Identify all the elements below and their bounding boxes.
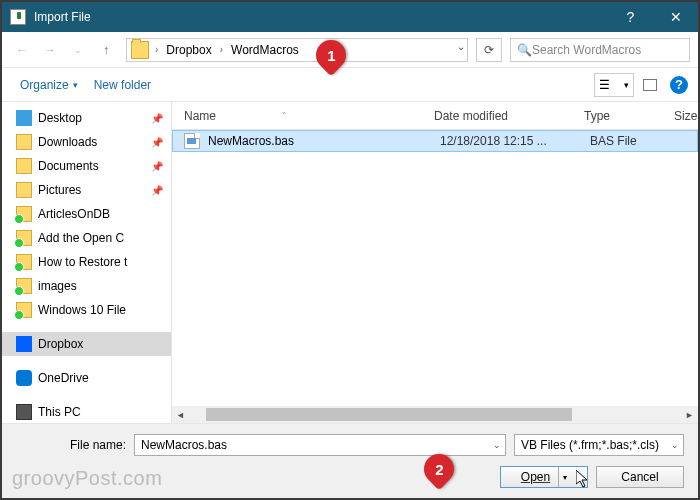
folder-sync-icon [16, 230, 32, 246]
scroll-left-icon[interactable]: ◄ [172, 406, 189, 423]
tree-images[interactable]: images [2, 274, 171, 298]
scroll-right-icon[interactable]: ► [681, 406, 698, 423]
col-name[interactable]: Name˄ [172, 109, 422, 123]
filename-input[interactable]: NewMacros.bas ⌄ [134, 434, 506, 456]
preview-pane-button[interactable] [636, 73, 664, 97]
pin-icon: 📌 [151, 137, 165, 148]
tree-add-open[interactable]: Add the Open C [2, 226, 171, 250]
body: Desktop📌 Downloads📌 Documents📌 Pictures📌… [2, 102, 698, 423]
scroll-thumb[interactable] [206, 408, 572, 421]
help-button[interactable]: ? [608, 2, 653, 32]
search-input[interactable]: 🔍 Search WordMacros [510, 38, 690, 62]
folder-icon [16, 134, 32, 150]
nav-tree[interactable]: Desktop📌 Downloads📌 Documents📌 Pictures📌… [2, 102, 172, 423]
help-icon[interactable]: ? [670, 76, 688, 94]
tree-win10[interactable]: Windows 10 File [2, 298, 171, 322]
file-row-newmacros[interactable]: NewMacros.bas 12/18/2018 12:15 ... BAS F… [172, 130, 698, 152]
folder-icon [16, 182, 32, 198]
up-button[interactable]: ↑ [94, 38, 118, 62]
col-date[interactable]: Date modified [422, 109, 572, 123]
refresh-button[interactable]: ⟳ [476, 38, 502, 62]
window-title: Import File [34, 10, 608, 24]
chevron-down-icon: ⌄ [493, 440, 501, 450]
folder-sync-icon [16, 254, 32, 270]
title-bar: Import File ? ✕ [2, 2, 698, 32]
folder-icon [16, 158, 32, 174]
import-file-dialog: Import File ? ✕ ← → ⌄ ↑ › Dropbox › Word… [2, 2, 698, 498]
chevron-down-icon: ▾ [73, 80, 78, 90]
pin-icon: 📌 [151, 161, 165, 172]
recent-dropdown[interactable]: ⌄ [66, 38, 90, 62]
folder-icon [131, 41, 149, 59]
list-icon: ☰ [599, 78, 610, 92]
tree-pictures[interactable]: Pictures📌 [2, 178, 171, 202]
close-button[interactable]: ✕ [653, 2, 698, 32]
breadcrumb-seg-dropbox[interactable]: Dropbox [162, 43, 215, 57]
tree-how-restore[interactable]: How to Restore t [2, 250, 171, 274]
onedrive-icon [16, 370, 32, 386]
tree-documents[interactable]: Documents📌 [2, 154, 171, 178]
view-mode-button[interactable]: ☰ ▾ [594, 73, 634, 97]
chevron-down-icon: ▾ [563, 473, 567, 482]
pin-icon: 📌 [151, 113, 165, 124]
chevron-down-icon: ⌄ [671, 440, 679, 450]
app-icon [10, 9, 26, 25]
back-button[interactable]: ← [10, 38, 34, 62]
scroll-track[interactable] [206, 406, 664, 423]
col-type[interactable]: Type [572, 109, 662, 123]
cancel-button[interactable]: Cancel [596, 466, 684, 488]
breadcrumb-bar[interactable]: › Dropbox › WordMacros ⌄ [126, 38, 468, 62]
dropbox-icon [16, 336, 32, 352]
sort-asc-icon: ˄ [282, 111, 287, 121]
chevron-right-icon: › [151, 44, 162, 55]
filetype-select[interactable]: VB Files (*.frm;*.bas;*.cls) ⌄ [514, 434, 684, 456]
chevron-right-icon: › [216, 44, 227, 55]
folder-sync-icon [16, 206, 32, 222]
desktop-icon [16, 110, 32, 126]
search-icon: 🔍 [517, 43, 532, 57]
file-list[interactable]: NewMacros.bas 12/18/2018 12:15 ... BAS F… [172, 130, 698, 406]
tree-downloads[interactable]: Downloads📌 [2, 130, 171, 154]
col-size[interactable]: Size [662, 109, 700, 123]
chevron-down-icon: ▾ [624, 80, 629, 90]
forward-button[interactable]: → [38, 38, 62, 62]
nav-row: ← → ⌄ ↑ › Dropbox › WordMacros ⌄ ⟳ 🔍 Sea… [2, 32, 698, 68]
toolbar: Organize ▾ New folder ☰ ▾ ? [2, 68, 698, 102]
horizontal-scrollbar[interactable]: ◄ ► [172, 406, 698, 423]
breadcrumb-seg-wordmacros[interactable]: WordMacros [227, 43, 303, 57]
folder-sync-icon [16, 278, 32, 294]
pin-icon: 📌 [151, 185, 165, 196]
tree-onedrive[interactable]: OneDrive [2, 366, 171, 390]
column-header: Name˄ Date modified Type Size [172, 102, 698, 130]
new-folder-button[interactable]: New folder [86, 74, 159, 96]
open-button[interactable]: Open ▾ [500, 466, 588, 488]
file-type: BAS File [590, 134, 680, 148]
tree-articlesondb[interactable]: ArticlesOnDB [2, 202, 171, 226]
folder-sync-icon [16, 302, 32, 318]
tree-thispc[interactable]: This PC [2, 400, 171, 423]
file-name: NewMacros.bas [208, 134, 440, 148]
tree-desktop[interactable]: Desktop📌 [2, 106, 171, 130]
file-list-pane: Name˄ Date modified Type Size NewMacros.… [172, 102, 698, 423]
file-date: 12/18/2018 12:15 ... [440, 134, 590, 148]
organize-menu[interactable]: Organize ▾ [12, 74, 86, 96]
breadcrumb-dropdown[interactable]: ⌄ [457, 41, 465, 52]
bas-file-icon [184, 133, 200, 149]
tree-dropbox[interactable]: Dropbox [2, 332, 171, 356]
search-placeholder: Search WordMacros [532, 43, 641, 57]
filename-label: File name: [16, 438, 126, 452]
thispc-icon [16, 404, 32, 420]
footer: File name: NewMacros.bas ⌄ VB Files (*.f… [2, 423, 698, 498]
